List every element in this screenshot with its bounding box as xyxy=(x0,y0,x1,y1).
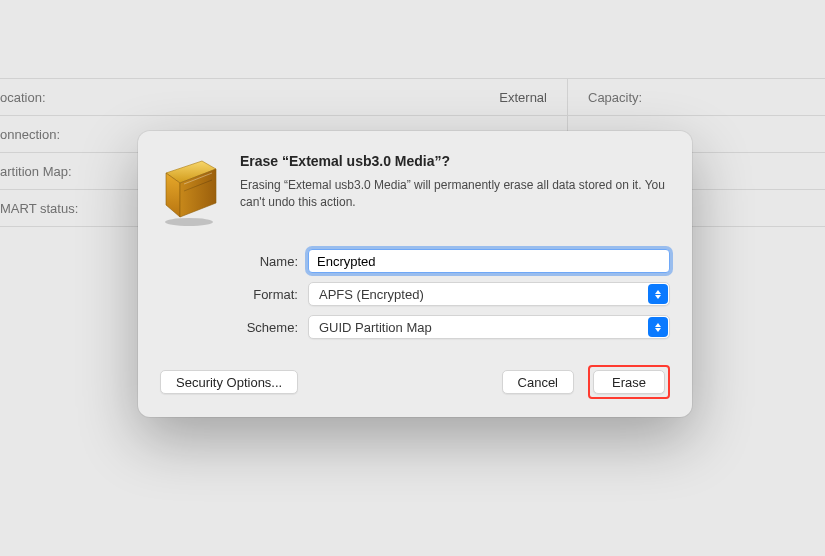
format-select[interactable]: APFS (Encrypted) xyxy=(308,282,670,306)
table-row: ocation: External Capacity: xyxy=(0,79,825,116)
row-label: onnection: xyxy=(0,127,60,142)
row-value: External xyxy=(499,90,547,105)
format-label: Format: xyxy=(234,287,308,302)
updown-arrows-icon xyxy=(648,284,668,304)
erase-dialog: Erase “Extemal usb3.0 Media”? Erasing “E… xyxy=(138,131,692,417)
scheme-label: Scheme: xyxy=(234,320,308,335)
format-value: APFS (Encrypted) xyxy=(319,287,424,302)
dialog-title: Erase “Extemal usb3.0 Media”? xyxy=(240,153,670,169)
external-drive-icon xyxy=(160,151,222,227)
updown-arrows-icon xyxy=(648,317,668,337)
cancel-button[interactable]: Cancel xyxy=(502,370,574,394)
name-label: Name: xyxy=(234,254,308,269)
security-options-button[interactable]: Security Options... xyxy=(160,370,298,394)
erase-highlight: Erase xyxy=(588,365,670,399)
row-label: artition Map: xyxy=(0,164,72,179)
dialog-description: Erasing “Extemal usb3.0 Media” will perm… xyxy=(240,177,670,211)
dialog-header: Erase “Extemal usb3.0 Media”? Erasing “E… xyxy=(160,151,670,227)
name-input[interactable] xyxy=(308,249,670,273)
dialog-button-row: Security Options... Cancel Erase xyxy=(160,365,670,399)
dialog-form: Name: Format: APFS (Encrypted) Scheme: G… xyxy=(234,249,670,339)
scheme-select[interactable]: GUID Partition Map xyxy=(308,315,670,339)
scheme-value: GUID Partition Map xyxy=(319,320,432,335)
row-label: MART status: xyxy=(0,201,78,216)
erase-button[interactable]: Erase xyxy=(593,370,665,394)
row-label: ocation: xyxy=(0,90,46,105)
row-right-label: Capacity: xyxy=(568,90,642,105)
svg-point-5 xyxy=(165,218,213,226)
